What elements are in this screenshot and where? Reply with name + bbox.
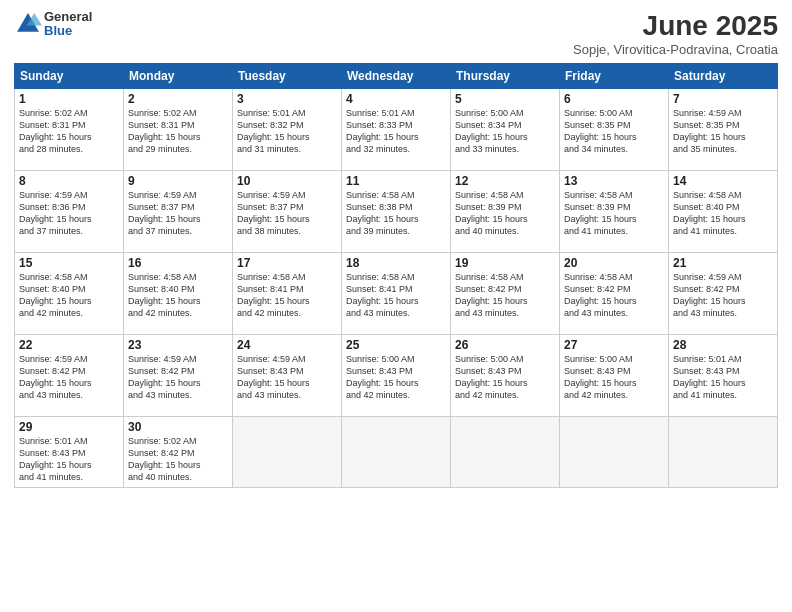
calendar-cell-empty [451, 417, 560, 488]
table-row: 29 Sunrise: 5:01 AMSunset: 8:43 PMDaylig… [15, 417, 778, 488]
calendar-cell: 8 Sunrise: 4:59 AMSunset: 8:36 PMDayligh… [15, 171, 124, 253]
day-number: 13 [564, 174, 664, 188]
calendar-cell: 16 Sunrise: 4:58 AMSunset: 8:40 PMDaylig… [124, 253, 233, 335]
day-number: 30 [128, 420, 228, 434]
title-block: June 2025 Sopje, Virovitica-Podravina, C… [573, 10, 778, 57]
day-number: 15 [19, 256, 119, 270]
calendar-cell: 22 Sunrise: 4:59 AMSunset: 8:42 PMDaylig… [15, 335, 124, 417]
calendar-cell: 2 Sunrise: 5:02 AMSunset: 8:31 PMDayligh… [124, 89, 233, 171]
calendar-cell: 4 Sunrise: 5:01 AMSunset: 8:33 PMDayligh… [342, 89, 451, 171]
day-number: 4 [346, 92, 446, 106]
calendar-header-row: Sunday Monday Tuesday Wednesday Thursday… [15, 64, 778, 89]
calendar-cell-empty [233, 417, 342, 488]
day-info: Sunrise: 5:01 AMSunset: 8:43 PMDaylight:… [19, 435, 119, 484]
calendar-cell: 26 Sunrise: 5:00 AMSunset: 8:43 PMDaylig… [451, 335, 560, 417]
day-number: 17 [237, 256, 337, 270]
day-info: Sunrise: 4:58 AMSunset: 8:38 PMDaylight:… [346, 189, 446, 238]
day-info: Sunrise: 4:58 AMSunset: 8:42 PMDaylight:… [564, 271, 664, 320]
day-number: 19 [455, 256, 555, 270]
table-row: 22 Sunrise: 4:59 AMSunset: 8:42 PMDaylig… [15, 335, 778, 417]
calendar-cell: 1 Sunrise: 5:02 AMSunset: 8:31 PMDayligh… [15, 89, 124, 171]
day-number: 12 [455, 174, 555, 188]
day-info: Sunrise: 5:01 AMSunset: 8:33 PMDaylight:… [346, 107, 446, 156]
day-number: 11 [346, 174, 446, 188]
day-number: 21 [673, 256, 773, 270]
calendar-cell: 27 Sunrise: 5:00 AMSunset: 8:43 PMDaylig… [560, 335, 669, 417]
logo-text: General Blue [44, 10, 92, 39]
day-info: Sunrise: 4:59 AMSunset: 8:42 PMDaylight:… [673, 271, 773, 320]
logo-icon [14, 10, 42, 38]
day-info: Sunrise: 4:58 AMSunset: 8:40 PMDaylight:… [673, 189, 773, 238]
day-number: 28 [673, 338, 773, 352]
calendar-cell: 29 Sunrise: 5:01 AMSunset: 8:43 PMDaylig… [15, 417, 124, 488]
calendar-cell: 3 Sunrise: 5:01 AMSunset: 8:32 PMDayligh… [233, 89, 342, 171]
day-info: Sunrise: 5:01 AMSunset: 8:43 PMDaylight:… [673, 353, 773, 402]
day-info: Sunrise: 5:02 AMSunset: 8:31 PMDaylight:… [128, 107, 228, 156]
day-number: 16 [128, 256, 228, 270]
day-info: Sunrise: 4:58 AMSunset: 8:40 PMDaylight:… [128, 271, 228, 320]
table-row: 1 Sunrise: 5:02 AMSunset: 8:31 PMDayligh… [15, 89, 778, 171]
day-number: 9 [128, 174, 228, 188]
calendar-cell-empty [342, 417, 451, 488]
calendar-cell: 5 Sunrise: 5:00 AMSunset: 8:34 PMDayligh… [451, 89, 560, 171]
calendar-cell: 10 Sunrise: 4:59 AMSunset: 8:37 PMDaylig… [233, 171, 342, 253]
day-number: 20 [564, 256, 664, 270]
calendar-cell: 12 Sunrise: 4:58 AMSunset: 8:39 PMDaylig… [451, 171, 560, 253]
col-monday: Monday [124, 64, 233, 89]
page: General Blue June 2025 Sopje, Virovitica… [0, 0, 792, 612]
location: Sopje, Virovitica-Podravina, Croatia [573, 42, 778, 57]
calendar-cell: 15 Sunrise: 4:58 AMSunset: 8:40 PMDaylig… [15, 253, 124, 335]
day-info: Sunrise: 4:59 AMSunset: 8:43 PMDaylight:… [237, 353, 337, 402]
day-number: 29 [19, 420, 119, 434]
calendar-cell: 11 Sunrise: 4:58 AMSunset: 8:38 PMDaylig… [342, 171, 451, 253]
day-info: Sunrise: 5:00 AMSunset: 8:43 PMDaylight:… [346, 353, 446, 402]
table-row: 15 Sunrise: 4:58 AMSunset: 8:40 PMDaylig… [15, 253, 778, 335]
day-number: 27 [564, 338, 664, 352]
day-info: Sunrise: 5:00 AMSunset: 8:34 PMDaylight:… [455, 107, 555, 156]
calendar-cell: 9 Sunrise: 4:59 AMSunset: 8:37 PMDayligh… [124, 171, 233, 253]
col-friday: Friday [560, 64, 669, 89]
col-saturday: Saturday [669, 64, 778, 89]
col-wednesday: Wednesday [342, 64, 451, 89]
day-info: Sunrise: 5:00 AMSunset: 8:43 PMDaylight:… [455, 353, 555, 402]
calendar-cell: 14 Sunrise: 4:58 AMSunset: 8:40 PMDaylig… [669, 171, 778, 253]
col-sunday: Sunday [15, 64, 124, 89]
calendar-cell: 6 Sunrise: 5:00 AMSunset: 8:35 PMDayligh… [560, 89, 669, 171]
day-number: 26 [455, 338, 555, 352]
calendar-cell-empty [669, 417, 778, 488]
calendar-cell: 21 Sunrise: 4:59 AMSunset: 8:42 PMDaylig… [669, 253, 778, 335]
day-number: 14 [673, 174, 773, 188]
calendar-cell: 23 Sunrise: 4:59 AMSunset: 8:42 PMDaylig… [124, 335, 233, 417]
day-info: Sunrise: 4:59 AMSunset: 8:36 PMDaylight:… [19, 189, 119, 238]
day-info: Sunrise: 4:58 AMSunset: 8:41 PMDaylight:… [237, 271, 337, 320]
month-title: June 2025 [573, 10, 778, 42]
day-info: Sunrise: 4:58 AMSunset: 8:39 PMDaylight:… [564, 189, 664, 238]
day-number: 8 [19, 174, 119, 188]
day-info: Sunrise: 4:58 AMSunset: 8:40 PMDaylight:… [19, 271, 119, 320]
day-info: Sunrise: 5:00 AMSunset: 8:35 PMDaylight:… [564, 107, 664, 156]
day-number: 23 [128, 338, 228, 352]
day-info: Sunrise: 4:59 AMSunset: 8:37 PMDaylight:… [237, 189, 337, 238]
logo: General Blue [14, 10, 92, 39]
day-info: Sunrise: 5:01 AMSunset: 8:32 PMDaylight:… [237, 107, 337, 156]
calendar-cell: 17 Sunrise: 4:58 AMSunset: 8:41 PMDaylig… [233, 253, 342, 335]
calendar-cell: 20 Sunrise: 4:58 AMSunset: 8:42 PMDaylig… [560, 253, 669, 335]
day-number: 24 [237, 338, 337, 352]
calendar-cell: 24 Sunrise: 4:59 AMSunset: 8:43 PMDaylig… [233, 335, 342, 417]
calendar-cell: 28 Sunrise: 5:01 AMSunset: 8:43 PMDaylig… [669, 335, 778, 417]
calendar-cell: 19 Sunrise: 4:58 AMSunset: 8:42 PMDaylig… [451, 253, 560, 335]
day-number: 10 [237, 174, 337, 188]
calendar-cell: 13 Sunrise: 4:58 AMSunset: 8:39 PMDaylig… [560, 171, 669, 253]
calendar-cell: 7 Sunrise: 4:59 AMSunset: 8:35 PMDayligh… [669, 89, 778, 171]
day-number: 5 [455, 92, 555, 106]
day-info: Sunrise: 4:59 AMSunset: 8:37 PMDaylight:… [128, 189, 228, 238]
header: General Blue June 2025 Sopje, Virovitica… [14, 10, 778, 57]
day-info: Sunrise: 4:58 AMSunset: 8:39 PMDaylight:… [455, 189, 555, 238]
day-number: 3 [237, 92, 337, 106]
day-number: 25 [346, 338, 446, 352]
day-number: 7 [673, 92, 773, 106]
calendar: Sunday Monday Tuesday Wednesday Thursday… [14, 63, 778, 488]
calendar-cell: 18 Sunrise: 4:58 AMSunset: 8:41 PMDaylig… [342, 253, 451, 335]
day-info: Sunrise: 4:59 AMSunset: 8:42 PMDaylight:… [19, 353, 119, 402]
day-number: 22 [19, 338, 119, 352]
